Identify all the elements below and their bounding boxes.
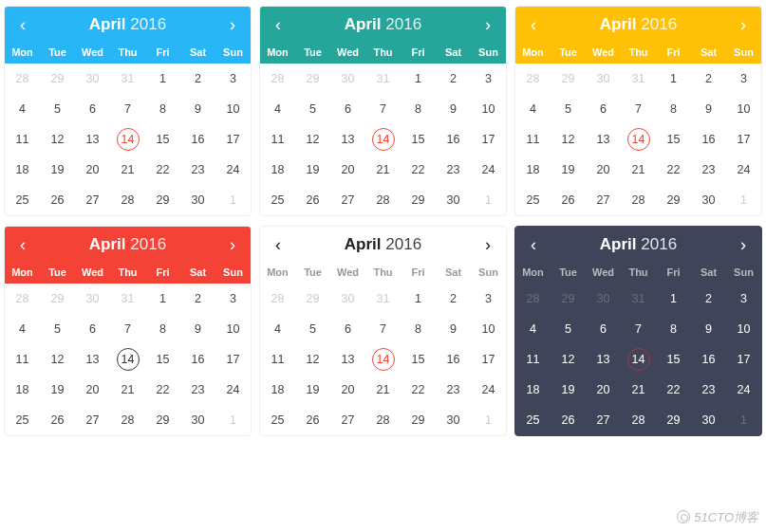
next-month-button[interactable]: › [477, 14, 498, 35]
day-cell[interactable]: 9 [180, 94, 215, 124]
day-cell-other-month[interactable]: 30 [586, 284, 621, 314]
day-cell[interactable]: 25 [515, 185, 551, 215]
day-cell-other-month[interactable]: 1 [726, 405, 761, 435]
day-cell[interactable]: 25 [5, 185, 40, 215]
prev-month-button[interactable]: ‹ [268, 234, 289, 255]
next-month-button[interactable]: › [477, 234, 498, 255]
day-cell[interactable]: 13 [330, 124, 365, 155]
day-cell[interactable]: 19 [551, 375, 586, 405]
day-cell[interactable]: 20 [75, 375, 110, 405]
day-cell[interactable]: 21 [110, 375, 145, 405]
day-cell-other-month[interactable]: 28 [515, 64, 551, 94]
next-month-button[interactable]: › [733, 14, 754, 35]
day-cell[interactable]: 8 [656, 314, 691, 344]
day-cell[interactable]: 17 [726, 124, 761, 155]
day-cell[interactable]: 26 [40, 185, 75, 215]
day-cell[interactable]: 7 [365, 314, 401, 344]
day-cell-other-month[interactable]: 29 [551, 64, 586, 94]
day-cell[interactable]: 24 [471, 375, 506, 405]
day-cell-other-month[interactable]: 31 [621, 284, 656, 314]
day-cell[interactable]: 22 [656, 375, 691, 405]
day-cell[interactable]: 6 [330, 314, 365, 344]
day-cell[interactable]: 28 [621, 185, 656, 215]
day-cell[interactable]: 16 [691, 124, 726, 155]
day-cell-other-month[interactable]: 28 [260, 284, 295, 314]
day-cell[interactable]: 2 [436, 64, 471, 94]
day-cell[interactable]: 10 [215, 314, 251, 344]
day-cell[interactable]: 5 [40, 314, 75, 344]
day-cell[interactable]: 12 [295, 344, 330, 375]
day-cell-other-month[interactable]: 1 [471, 185, 506, 215]
day-cell-other-month[interactable]: 30 [586, 64, 621, 94]
day-cell[interactable]: 11 [260, 124, 295, 155]
day-cell-other-month[interactable]: 31 [365, 284, 401, 314]
day-cell[interactable]: 22 [145, 155, 180, 185]
day-cell[interactable]: 29 [656, 185, 691, 215]
day-cell[interactable]: 6 [586, 94, 621, 124]
day-cell[interactable]: 20 [75, 155, 110, 185]
day-cell[interactable]: 13 [586, 124, 621, 155]
day-cell[interactable]: 17 [215, 124, 251, 155]
day-cell-today[interactable]: 14 [110, 124, 145, 155]
day-cell[interactable]: 15 [656, 344, 691, 375]
day-cell[interactable]: 3 [471, 64, 506, 94]
day-cell-other-month[interactable]: 1 [726, 185, 761, 215]
day-cell[interactable]: 15 [145, 344, 180, 375]
day-cell[interactable]: 30 [691, 185, 726, 215]
day-cell[interactable]: 20 [330, 375, 365, 405]
day-cell[interactable]: 6 [75, 94, 110, 124]
day-cell[interactable]: 30 [691, 405, 726, 435]
prev-month-button[interactable]: ‹ [523, 14, 544, 35]
day-cell[interactable]: 12 [551, 124, 586, 155]
day-cell[interactable]: 20 [586, 155, 621, 185]
day-cell[interactable]: 21 [365, 375, 401, 405]
day-cell[interactable]: 19 [295, 155, 330, 185]
day-cell[interactable]: 28 [110, 185, 145, 215]
day-cell-other-month[interactable]: 1 [215, 185, 251, 215]
day-cell[interactable]: 10 [726, 314, 761, 344]
day-cell[interactable]: 21 [110, 155, 145, 185]
day-cell[interactable]: 5 [295, 314, 330, 344]
day-cell[interactable]: 22 [656, 155, 691, 185]
day-cell[interactable]: 10 [215, 94, 251, 124]
day-cell[interactable]: 6 [330, 94, 365, 124]
day-cell-other-month[interactable]: 29 [40, 284, 75, 314]
day-cell[interactable]: 12 [295, 124, 330, 155]
day-cell[interactable]: 6 [75, 314, 110, 344]
day-cell[interactable]: 3 [471, 284, 506, 314]
day-cell[interactable]: 15 [401, 344, 436, 375]
day-cell-today[interactable]: 14 [365, 124, 401, 155]
day-cell[interactable]: 2 [180, 284, 215, 314]
day-cell[interactable]: 23 [436, 375, 471, 405]
day-cell[interactable]: 18 [5, 155, 40, 185]
day-cell-today[interactable]: 14 [621, 344, 656, 375]
month-year-label[interactable]: April 2016 [89, 15, 166, 34]
day-cell[interactable]: 16 [180, 124, 215, 155]
day-cell[interactable]: 11 [515, 124, 551, 155]
day-cell-other-month[interactable]: 29 [295, 284, 330, 314]
day-cell[interactable]: 19 [40, 155, 75, 185]
day-cell[interactable]: 7 [110, 314, 145, 344]
day-cell-other-month[interactable]: 31 [110, 284, 145, 314]
next-month-button[interactable]: › [222, 234, 243, 255]
day-cell[interactable]: 16 [436, 124, 471, 155]
day-cell-other-month[interactable]: 31 [621, 64, 656, 94]
day-cell[interactable]: 12 [40, 344, 75, 375]
day-cell[interactable]: 2 [180, 64, 215, 94]
day-cell-other-month[interactable]: 28 [5, 284, 40, 314]
day-cell[interactable]: 22 [401, 155, 436, 185]
day-cell-other-month[interactable]: 1 [471, 405, 506, 435]
day-cell[interactable]: 24 [215, 375, 251, 405]
day-cell[interactable]: 25 [260, 405, 295, 435]
day-cell-other-month[interactable]: 30 [75, 64, 110, 94]
day-cell[interactable]: 21 [621, 375, 656, 405]
day-cell[interactable]: 29 [401, 185, 436, 215]
day-cell-other-month[interactable]: 29 [551, 284, 586, 314]
day-cell[interactable]: 4 [5, 94, 40, 124]
day-cell[interactable]: 29 [145, 185, 180, 215]
day-cell[interactable]: 24 [726, 375, 761, 405]
day-cell[interactable]: 9 [691, 314, 726, 344]
day-cell[interactable]: 25 [260, 185, 295, 215]
day-cell[interactable]: 9 [436, 94, 471, 124]
month-year-label[interactable]: April 2016 [600, 15, 677, 34]
